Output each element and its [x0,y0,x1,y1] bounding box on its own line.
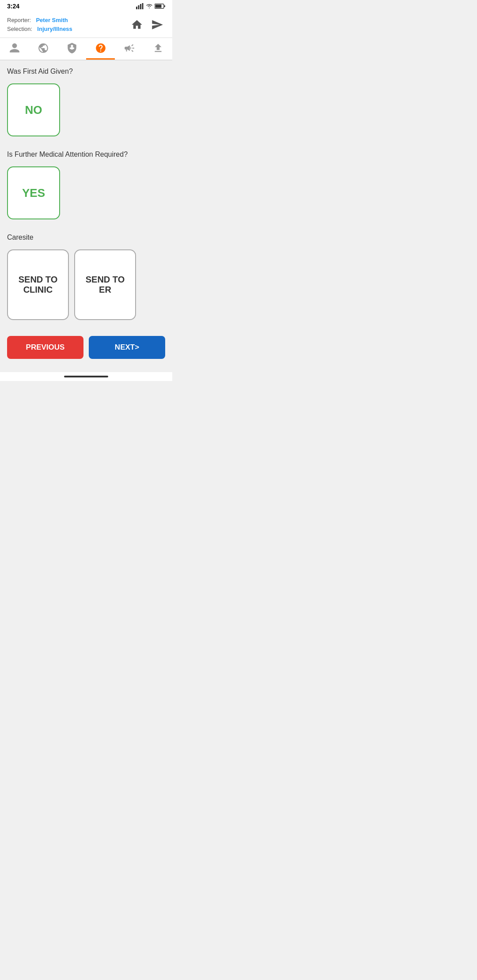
header-icons [129,17,165,33]
further-medical-yes-text: YES [22,186,45,200]
reporter-label: Reporter: [7,17,31,23]
first-aid-label: Was First Aid Given? [0,60,172,79]
bottom-nav-bar [0,372,172,381]
svg-rect-1 [138,5,140,9]
further-medical-label: Is Further Medical Attention Required? [0,143,172,162]
svg-rect-0 [136,7,137,9]
status-time: 3:24 [7,3,19,10]
svg-rect-3 [142,3,144,9]
tab-upload[interactable] [144,38,172,60]
selection-value: Injury/Illness [37,26,72,32]
nav-tabs [0,38,172,60]
first-aid-no-card[interactable]: NO [7,83,60,136]
selection-label: Selection: [7,26,32,32]
tab-question[interactable] [86,38,115,60]
first-aid-no-text: NO [25,103,42,117]
header: Reporter: Peter Smith Selection: Injury/… [0,12,172,38]
send-to-er-card[interactable]: SEND TO ER [74,249,136,320]
home-button[interactable] [129,17,145,33]
wifi-icon [146,3,153,9]
caresite-label: Caresite [0,226,172,245]
battery-icon [155,4,165,9]
header-info: Reporter: Peter Smith Selection: Injury/… [7,16,72,33]
bottom-pill [64,376,108,377]
footer-buttons: PREVIOUS NEXT> [0,327,172,372]
selection-row: Selection: Injury/Illness [7,25,72,34]
status-bar: 3:24 [0,0,172,12]
signal-icon [136,3,144,9]
tab-person[interactable] [0,38,29,60]
send-to-er-text: SEND TO ER [82,275,128,295]
content: Was First Aid Given? NO Is Further Medic… [0,60,172,372]
reporter-name: Peter Smith [36,17,68,23]
send-to-clinic-text: SEND TOCLINIC [19,275,58,295]
further-medical-yes-card[interactable]: YES [7,166,60,219]
further-medical-options: YES [0,162,172,226]
svg-rect-5 [155,5,162,8]
svg-rect-2 [140,4,141,9]
tab-globe[interactable] [29,38,57,60]
next-button[interactable]: NEXT> [89,336,165,359]
previous-button[interactable]: PREVIOUS [7,336,83,359]
submit-button[interactable] [149,17,165,33]
tab-megaphone[interactable] [115,38,144,60]
send-to-clinic-card[interactable]: SEND TOCLINIC [7,249,69,320]
tab-worker[interactable] [57,38,86,60]
svg-rect-6 [164,5,165,7]
first-aid-options: NO [0,79,172,143]
status-icons [136,3,165,9]
reporter-row: Reporter: Peter Smith [7,16,72,25]
caresite-options: SEND TOCLINIC SEND TO ER [0,245,172,327]
